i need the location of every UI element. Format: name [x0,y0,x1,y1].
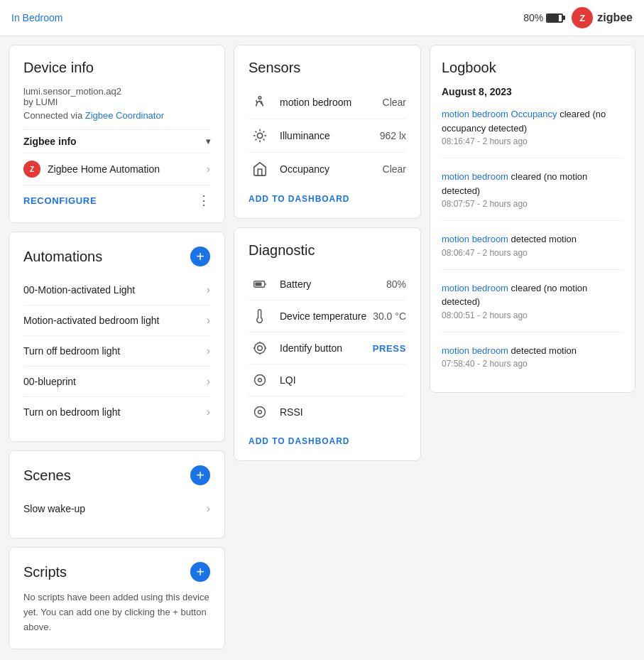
scene-label: Slow wake-up [23,503,85,514]
svg-line-7 [263,139,265,141]
connected-via: Connected via Zigbee Coordinator [23,110,210,121]
top-bar: In Bedroom 80% Z zigbee [0,0,644,36]
automation-label: Turn off bedroom light [23,345,120,357]
log-time: 07:58:40 - 2 hours ago [442,359,623,369]
svg-line-8 [256,139,257,141]
zigbee-label: zigbee [597,11,633,24]
zigbee-info-label: Zigbee info [23,136,77,147]
list-item[interactable]: 00-blueprint › [23,367,210,397]
sensor-value: Clear [383,97,406,108]
diagnostic-card: Diagnostic Battery 80% [234,227,421,461]
diag-value: 80% [386,278,406,290]
log-suffix: detected motion [508,345,577,356]
press-button[interactable]: PRESS [373,343,406,354]
log-entry: motion bedroom detected motion 08:06:47 … [442,232,623,270]
sensors-add-to-dashboard-button[interactable]: ADD TO DASHBOARD [249,185,406,204]
svg-line-9 [263,131,265,133]
logbook-card: Logbook August 8, 2023 motion bedroom Oc… [430,45,635,393]
logbook-date: August 8, 2023 [442,86,623,97]
svg-point-19 [255,375,266,386]
list-item[interactable]: Slow wake-up › [23,494,210,524]
breadcrumb-area[interactable]: In Bedroom [11,12,62,23]
log-time: 08:16:47 - 2 hours ago [442,136,623,146]
log-entry: motion bedroom detected motion 07:58:40 … [442,344,623,381]
breadcrumb-link[interactable]: In Bedroom [11,12,62,23]
reconfigure-row: RECONFIGURE ⋮ [23,185,210,208]
battery-info: 80% [523,12,563,23]
diag-value: 30.0 °C [373,310,406,322]
list-item[interactable]: Turn off bedroom light › [23,336,210,367]
svg-point-20 [258,379,262,382]
chevron-right-icon: › [207,283,210,296]
log-link[interactable]: motion bedroom [442,345,508,356]
svg-point-22 [258,411,262,414]
scenes-title: Scenes [23,467,71,484]
svg-point-1 [257,133,262,138]
sensor-name: motion bedroom [280,97,383,108]
battery-icon [546,13,563,23]
diag-name: RSSI [280,406,406,418]
sensor-row: motion bedroom Clear [249,86,406,119]
lqi-icon [249,373,271,387]
log-link[interactable]: motion bedroom Occupancy [442,109,557,119]
sensor-row: Occupancy Clear [249,153,406,185]
scripts-empty-text: No scripts have been added using this de… [23,590,210,634]
diag-name: Battery [280,278,386,290]
chevron-right-icon: › [207,375,210,388]
chevron-right-icon: › [207,502,210,515]
log-entry: motion bedroom cleared (no motion detect… [442,281,623,332]
log-entry: motion bedroom Occupancy cleared (no occ… [442,107,623,158]
coordinator-link[interactable]: Zigbee Coordinator [85,110,164,121]
scripts-header: Scripts + [23,562,210,582]
log-link[interactable]: motion bedroom [442,171,508,182]
scenes-header: Scenes + [23,465,210,485]
left-column: Device info lumi.sensor_motion.aq2 by LU… [9,45,225,649]
automations-card: Automations + 00-Motion-activated Light … [9,232,225,442]
sensors-card: Sensors motion bedroom Clear [234,45,421,219]
log-link[interactable]: motion bedroom [442,234,508,244]
svg-point-14 [258,346,263,351]
battery-fill [547,15,559,21]
svg-rect-12 [255,283,261,286]
log-time: 08:06:47 - 2 hours ago [442,248,623,258]
occupancy-icon [249,161,271,177]
temperature-icon [249,309,271,323]
list-item[interactable]: Motion-activated bedroom light › [23,305,210,336]
device-info-card: Device info lumi.sensor_motion.aq2 by LU… [9,45,225,223]
add-scene-button[interactable]: + [190,465,210,485]
zigbee-home-automation-row[interactable]: Z Zigbee Home Automation › [23,153,210,185]
automations-title: Automations [23,249,102,265]
connected-label: Connected via [23,110,85,121]
zigbee-info-toggle[interactable]: Zigbee info ▾ [23,129,210,153]
list-item[interactable]: 00-Motion-activated Light › [23,275,210,305]
scenes-card: Scenes + Slow wake-up › [9,450,225,539]
rssi-icon [249,405,271,419]
chevron-down-icon: ▾ [206,136,210,146]
diagnostic-title: Diagnostic [249,242,406,259]
diagnostic-add-to-dashboard-button[interactable]: ADD TO DASHBOARD [249,428,406,446]
log-link[interactable]: motion bedroom [442,283,508,293]
svg-line-6 [256,131,257,133]
add-automation-button[interactable]: + [190,247,210,266]
diagnostic-row: Battery 80% [249,269,406,301]
chevron-right-icon: › [207,345,210,357]
add-script-button[interactable]: + [190,562,210,582]
motion-icon [249,94,271,110]
battery-percent: 80% [523,12,543,23]
chevron-right-icon: › [207,406,210,418]
diagnostic-row: Identify button PRESS [249,332,406,364]
scripts-card: Scripts + No scripts have been added usi… [9,547,225,649]
diag-name: LQI [280,374,406,386]
more-options-button[interactable]: ⋮ [197,193,210,208]
reconfigure-button[interactable]: RECONFIGURE [23,195,97,206]
log-text: motion bedroom cleared (no motion detect… [442,170,623,198]
right-column: Logbook August 8, 2023 motion bedroom Oc… [430,45,635,649]
sensor-name: Illuminance [280,130,380,141]
diag-name: Identify button [280,342,373,354]
list-item[interactable]: Turn on bedroom light › [23,397,210,427]
battery-diag-icon [249,277,271,291]
zigbee-circle-icon: Z [572,7,593,28]
identify-icon [249,341,271,355]
automation-label: 00-Motion-activated Light [23,284,135,296]
scripts-title: Scripts [23,564,67,580]
